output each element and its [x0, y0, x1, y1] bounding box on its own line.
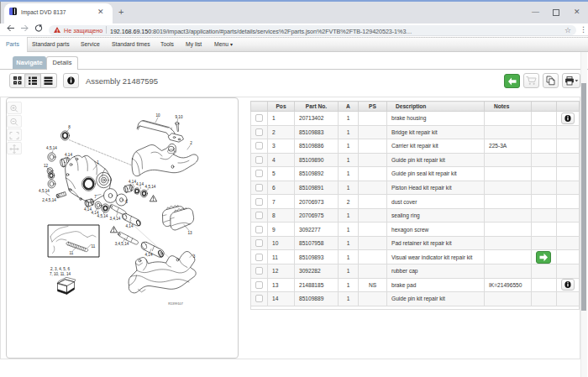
svg-text:3,4,5,14: 3,4,5,14 [114, 242, 129, 246]
svg-text:11: 11 [69, 251, 73, 255]
svg-text:9,10: 9,10 [175, 115, 182, 119]
svg-text:4,14: 4,14 [144, 253, 152, 257]
svg-text:4,14: 4,14 [65, 153, 72, 157]
svg-text:11: 11 [91, 244, 95, 249]
svg-text:13: 13 [187, 231, 192, 235]
svg-text:2,4,5,14: 2,4,5,14 [42, 198, 56, 202]
svg-text:4,5,14: 4,5,14 [144, 185, 155, 189]
svg-text:3,4,14: 3,4,14 [109, 217, 120, 221]
svg-text:8: 8 [68, 125, 71, 129]
svg-text:3: 3 [192, 254, 195, 259]
svg-text:4,5,14: 4,5,14 [97, 214, 108, 218]
svg-text:12: 12 [43, 164, 48, 168]
svg-text:2: 2 [190, 141, 192, 145]
svg-text:2, 3, 4, 5, 6: 2, 3, 4, 5, 6 [50, 267, 70, 271]
svg-text:7: 7 [94, 195, 97, 199]
svg-text:10: 10 [155, 113, 160, 118]
svg-text:4,14: 4,14 [129, 180, 136, 184]
svg-text:R1399107: R1399107 [168, 302, 183, 306]
svg-text:6: 6 [125, 200, 128, 204]
svg-text:7, 10, 11, 14: 7, 10, 11, 14 [49, 272, 71, 276]
svg-text:1: 1 [97, 160, 99, 165]
svg-text:4,14: 4,14 [125, 224, 133, 228]
svg-text:4,14: 4,14 [136, 182, 144, 186]
svg-text:4,5,14: 4,5,14 [39, 189, 50, 193]
svg-text:4,5,14: 4,5,14 [46, 146, 57, 150]
